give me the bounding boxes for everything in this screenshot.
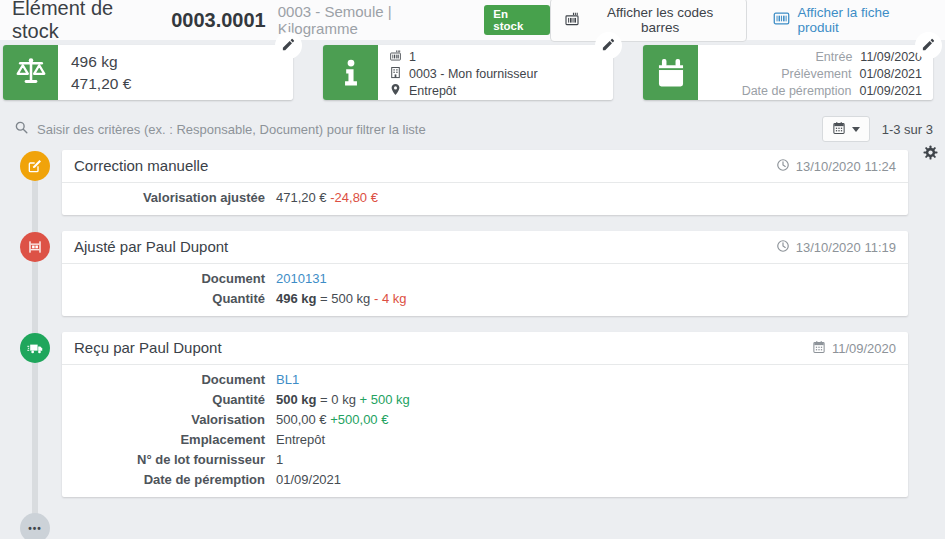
barcode-icon (773, 10, 790, 30)
entry-title: Correction manuelle (74, 157, 208, 175)
detail-value: 01/09/2021 (276, 470, 341, 490)
detail-label: Valorisation ajustée (62, 188, 276, 208)
edit-quantity-button[interactable] (275, 32, 302, 59)
page-title: Élément de stock (12, 0, 164, 43)
entry-date-value: 11/09/2020 (860, 50, 922, 64)
truck-icon (20, 333, 50, 363)
inventory-shelf-icon (20, 232, 50, 262)
detail-value: 500,00 € +500,00 € (276, 410, 388, 430)
picking-date-value: 01/08/2021 (859, 67, 922, 81)
pagination-count: 1-3 sur 3 (882, 122, 933, 137)
detail-row: Document 2010131 (62, 269, 908, 289)
page-title-code: 0003.0001 (171, 9, 266, 32)
entry-title: Reçu par Paul Dupont (74, 339, 222, 357)
detail-value: BL1 (276, 370, 299, 390)
detail-row: Quantité 500 kg = 0 kg + 500 kg (62, 390, 908, 410)
building-icon (389, 66, 402, 82)
calendar-small-icon (812, 340, 826, 357)
quantity-card: 496 kg 471,20 € (3, 45, 293, 100)
valuation-value: 471,20 € (71, 73, 293, 95)
filter-bar: 1-3 sur 3 (0, 112, 945, 146)
location-row: Entrepôt (389, 83, 603, 99)
entry-date-row: Entrée 11/09/2020 (698, 49, 922, 65)
detail-row: Emplacement Entrepôt (62, 430, 908, 450)
summary-cards: 496 kg 471,20 € (0, 40, 945, 100)
detail-label: Quantité (62, 289, 276, 309)
detail-row: Date de péremption 01/09/2021 (62, 470, 908, 490)
entry-header: Ajusté par Paul Dupont 13/10/2020 11:19 (62, 231, 908, 264)
dates-card: Entrée 11/09/2020 Prélèvement 01/08/2021… (643, 45, 933, 100)
detail-value: Entrepôt (276, 430, 325, 450)
barcode-small-icon (389, 49, 402, 65)
status-badge: En stock (484, 5, 550, 35)
search-icon (14, 120, 29, 139)
detail-label: Valorisation (62, 410, 276, 430)
show-barcodes-label: Afficher les codes barres (587, 5, 734, 35)
detail-label: N° de lot fournisseur (62, 450, 276, 470)
entry-timestamp: 13/10/2020 11:24 (776, 158, 896, 175)
load-more-button[interactable]: ••• (20, 513, 50, 539)
detail-label: Date de péremption (62, 470, 276, 490)
info-icon (323, 45, 378, 100)
lot-number-row: 1 (389, 49, 603, 65)
detail-row: Document BL1 (62, 370, 908, 390)
filter-input[interactable] (37, 122, 822, 137)
edit-dates-button[interactable] (915, 32, 942, 59)
calendar-icon (643, 45, 698, 100)
show-barcodes-button[interactable]: Afficher les codes barres (550, 0, 748, 42)
lot-number-value: 1 (409, 50, 416, 64)
detail-label: Quantité (62, 390, 276, 410)
expiry-date-row: Date de péremption 01/09/2021 (698, 83, 922, 99)
date-filter-dropdown[interactable] (822, 116, 870, 142)
info-card: 1 0003 - Mon fournisseur Entrep (323, 45, 613, 100)
detail-value: 2010131 (276, 269, 327, 289)
edit-info-button[interactable] (595, 32, 622, 59)
entry-timestamp: 11/09/2020 (812, 340, 896, 357)
location-value: Entrepôt (409, 84, 456, 98)
product-subtitle: 0003 - Semoule | Kilogramme (278, 3, 475, 37)
ellipsis-icon: ••• (28, 523, 42, 534)
pencil-icon (281, 37, 296, 55)
entry-timestamp: 13/10/2020 11:19 (776, 239, 896, 256)
detail-row: N° de lot fournisseur 1 (62, 450, 908, 470)
detail-label: Emplacement (62, 430, 276, 450)
timeline-entry-correction: Correction manuelle 13/10/2020 11:24 Val… (62, 150, 908, 215)
show-product-sheet-label: Afficher la fiche produit (797, 5, 933, 35)
entry-title: Ajusté par Paul Dupont (74, 238, 228, 256)
timeline-entry-adjustment: Ajusté par Paul Dupont 13/10/2020 11:19 … (62, 231, 908, 316)
map-pin-icon (389, 83, 402, 99)
pencil-icon (601, 37, 616, 55)
expiry-date-label: Date de péremption (742, 84, 852, 98)
edit-square-icon (20, 151, 50, 181)
stock-history-timeline: Correction manuelle 13/10/2020 11:24 Val… (0, 146, 945, 539)
detail-label: Document (62, 370, 276, 390)
document-link[interactable]: BL1 (276, 372, 299, 387)
timeline-entry-receipt: Reçu par Paul Dupont 11/09/2020 (62, 332, 908, 497)
detail-row: Valorisation 500,00 € +500,00 € (62, 410, 908, 430)
expiry-date-value: 01/09/2021 (859, 84, 922, 98)
entry-header: Correction manuelle 13/10/2020 11:24 (62, 150, 908, 183)
detail-row: Quantité 496 kg = 500 kg - 4 kg (62, 289, 908, 309)
show-product-sheet-link[interactable]: Afficher la fiche produit (773, 5, 933, 35)
supplier-row: 0003 - Mon fournisseur (389, 66, 603, 82)
barcode-printer-icon (564, 11, 580, 30)
clock-icon (776, 239, 790, 256)
entry-header: Reçu par Paul Dupont 11/09/2020 (62, 332, 908, 365)
detail-value: 500 kg = 0 kg + 500 kg (276, 390, 410, 410)
clock-icon (776, 158, 790, 175)
topbar: Élément de stock 0003.0001 0003 - Semoul… (0, 0, 945, 40)
calendar-small-icon (832, 121, 846, 138)
picking-date-label: Prélèvement (781, 67, 851, 81)
pencil-icon (921, 37, 936, 55)
entry-date-label: Entrée (816, 50, 853, 64)
chevron-down-icon (852, 127, 860, 132)
detail-label: Document (62, 269, 276, 289)
detail-row: Valorisation ajustée 471,20 € -24,80 € (62, 188, 908, 208)
scale-icon (3, 45, 58, 100)
detail-value: 471,20 € -24,80 € (276, 188, 378, 208)
supplier-value: 0003 - Mon fournisseur (409, 67, 538, 81)
detail-value: 1 (276, 450, 283, 470)
detail-value: 496 kg = 500 kg - 4 kg (276, 289, 407, 309)
picking-date-row: Prélèvement 01/08/2021 (698, 66, 922, 82)
document-link[interactable]: 2010131 (276, 271, 327, 286)
